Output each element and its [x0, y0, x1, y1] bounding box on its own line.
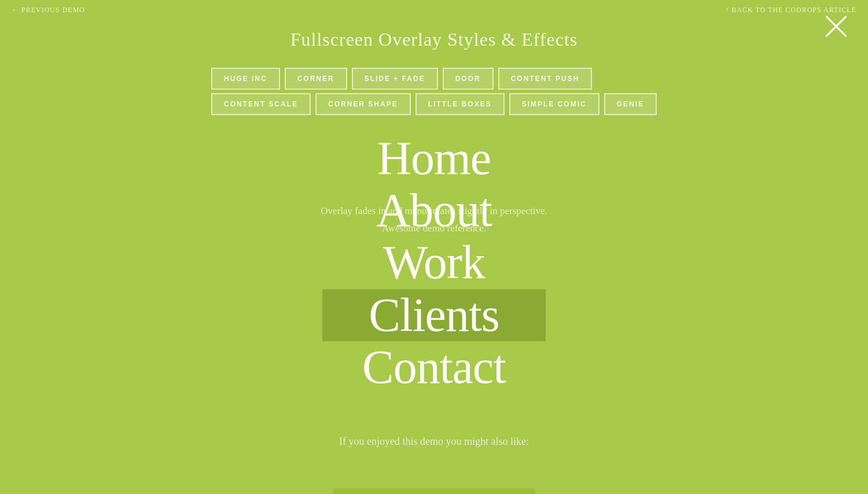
demo-btn-little-boxes[interactable]: LITTLE BOXES	[415, 93, 505, 115]
button-row-2: CONTENT SCALE CORNER SHAPE LITTLE BOXES …	[211, 93, 657, 115]
prev-demo-link[interactable]: ← PREVIOUS DEMO	[12, 6, 85, 14]
overlay: Fullscreen Overlay Styles & Effects HUGE…	[0, 0, 868, 494]
demo-btn-simple-comic[interactable]: SIMPLE COMIC	[509, 93, 599, 115]
nav-list: Home About Work Clients Contact	[322, 132, 545, 393]
close-button[interactable]	[822, 12, 851, 40]
top-bar: ← PREVIOUS DEMO ↑ BACK TO THE CODROPS AR…	[0, 0, 868, 20]
demo-btn-content-push[interactable]: CONTENT PUSH	[498, 68, 593, 90]
demo-btn-corner[interactable]: CORNER	[285, 68, 347, 90]
demo-btn-huge-inc[interactable]: HUGE INC	[211, 68, 280, 90]
nav-contact[interactable]: Contact	[362, 341, 506, 393]
demo-btn-door[interactable]: DOOR	[443, 68, 494, 90]
demo-btn-slide-fade[interactable]: SLIDE + FADE	[352, 68, 438, 90]
demo-btn-genie[interactable]: GENIE	[604, 93, 657, 115]
footer-bar	[333, 488, 535, 494]
description-line1: Overlay fades in and menu rotates slight…	[321, 205, 547, 217]
demo-btn-content-scale[interactable]: CONTENT SCALE	[211, 93, 311, 115]
nav-home[interactable]: Home	[377, 132, 491, 185]
demo-button-rows: HUGE INC CORNER SLIDE + FADE DOOR CONTEN…	[211, 68, 657, 115]
demo-btn-corner-shape[interactable]: CORNER SHAPE	[315, 93, 411, 115]
button-row-1: HUGE INC CORNER SLIDE + FADE DOOR CONTEN…	[211, 68, 657, 90]
description-line2: Awesome demo reference.	[382, 223, 486, 234]
nav-work[interactable]: Work	[383, 237, 485, 289]
footer-note: If you enjoyed this demo you might also …	[339, 436, 529, 448]
nav-clients[interactable]: Clients	[322, 289, 545, 341]
page-title: Fullscreen Overlay Styles & Effects	[290, 29, 578, 50]
